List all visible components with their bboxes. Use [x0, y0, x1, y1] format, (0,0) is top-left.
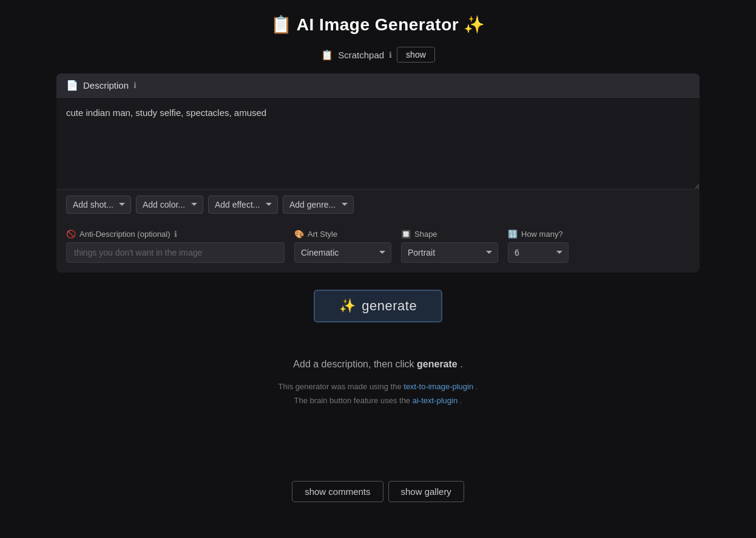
description-info-icon: ℹ [133, 81, 137, 90]
description-textarea[interactable]: cute indian man, study selfie, spectacle… [56, 98, 700, 189]
shot-dropdown[interactable]: Add shot... [66, 196, 131, 214]
how-many-label: 🔢 How many? [508, 230, 569, 239]
title-emoji-right: ✨ [464, 15, 485, 34]
anti-description-emoji: 🚫 [66, 230, 76, 239]
scratchpad-bar: 📋 Scratchpad ℹ show [321, 47, 435, 63]
description-header: 📄 Description ℹ [56, 73, 700, 98]
color-dropdown[interactable]: Add color... [136, 196, 203, 214]
plugin-line2: The brain button feature uses the ai-tex… [278, 393, 478, 407]
anti-description-input[interactable] [66, 242, 285, 263]
art-style-group: 🎨 Art Style Cinematic Realistic Anime Ca… [294, 230, 391, 263]
page-title: 📋 AI Image Generator ✨ [271, 15, 485, 35]
show-comments-button[interactable]: show comments [292, 481, 383, 502]
anti-description-info-icon: ℹ [174, 230, 177, 239]
how-many-dropdown[interactable]: 1 2 3 4 5 6 8 10 [508, 242, 569, 263]
anti-description-group: 🚫 Anti-Description (optional) ℹ [66, 230, 285, 263]
plugin-line1: This generator was made using the text-t… [278, 380, 478, 393]
main-panel: 📄 Description ℹ cute indian man, study s… [56, 73, 700, 273]
empty-state-message: Add a description, then click generate . [278, 359, 478, 370]
art-style-emoji: 🎨 [294, 230, 304, 239]
bottom-buttons: show comments show gallery [292, 481, 464, 502]
plugin-info: This generator was made using the text-t… [278, 380, 478, 408]
effect-dropdown[interactable]: Add effect... [208, 196, 278, 214]
generate-emoji: ✨ [339, 298, 356, 314]
generate-button[interactable]: ✨ generate [314, 290, 442, 322]
how-many-emoji: 🔢 [508, 230, 518, 239]
how-many-group: 🔢 How many? 1 2 3 4 5 6 8 10 [508, 230, 569, 263]
genre-dropdown[interactable]: Add genre... [283, 196, 354, 214]
shape-dropdown[interactable]: Portrait Landscape Square [401, 242, 498, 263]
art-style-label: 🎨 Art Style [294, 230, 391, 239]
options-row: 🚫 Anti-Description (optional) ℹ 🎨 Art St… [56, 220, 700, 273]
scratchpad-info-icon: ℹ [389, 50, 392, 60]
generate-label: generate [362, 298, 417, 314]
description-emoji: 📄 [66, 80, 78, 91]
text-to-image-plugin-link[interactable]: text-to-image-plugin [403, 382, 473, 391]
shape-label: 🔲 Shape [401, 230, 498, 239]
show-gallery-button[interactable]: show gallery [388, 481, 464, 502]
description-label: Description [83, 80, 129, 90]
anti-description-label: 🚫 Anti-Description (optional) ℹ [66, 230, 285, 239]
scratchpad-label: Scratchpad [338, 50, 384, 60]
title-emoji-left: 📋 [271, 15, 292, 34]
shape-emoji: 🔲 [401, 230, 411, 239]
scratchpad-show-button[interactable]: show [397, 47, 435, 63]
shape-group: 🔲 Shape Portrait Landscape Square [401, 230, 498, 263]
page-container: 📋 AI Image Generator ✨ 📋 Scratchpad ℹ sh… [0, 0, 756, 526]
empty-state: Add a description, then click generate .… [278, 359, 478, 408]
scratchpad-emoji: 📋 [321, 49, 333, 61]
dropdowns-bar: Add shot... Add color... Add effect... A… [56, 189, 700, 220]
art-style-dropdown[interactable]: Cinematic Realistic Anime Cartoon Sketch… [294, 242, 391, 263]
ai-text-plugin-link[interactable]: ai-text-plugin [413, 396, 457, 405]
